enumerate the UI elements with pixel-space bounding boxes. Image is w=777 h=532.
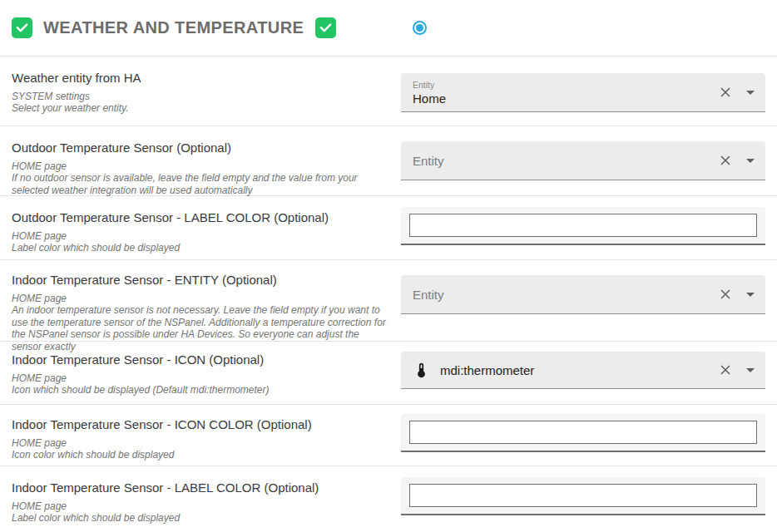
weather-entity-select[interactable]: Entity Home bbox=[401, 73, 765, 112]
clear-icon[interactable] bbox=[719, 288, 732, 301]
outdoor-entity-select[interactable]: Entity bbox=[401, 141, 765, 180]
setting-subtitle: HOME page bbox=[12, 230, 388, 242]
setting-text: Indoor Temperature Sensor - LABEL COLOR … bbox=[0, 466, 401, 525]
setting-description: Select your weather entity. bbox=[12, 102, 388, 114]
select-text: Entity Home bbox=[413, 80, 719, 106]
radio-dot bbox=[416, 24, 423, 32]
setting-text: Outdoor Temperature Sensor (Optional) HO… bbox=[0, 126, 401, 196]
setting-description: Icon color which should be displayed bbox=[12, 449, 388, 461]
check-icon bbox=[15, 21, 29, 35]
setting-title: Outdoor Temperature Sensor (Optional) bbox=[12, 140, 388, 155]
setting-subtitle: SYSTEM settings bbox=[12, 91, 388, 102]
setting-subtitle: HOME page bbox=[12, 372, 388, 384]
label-color-input[interactable] bbox=[409, 484, 757, 507]
label-color-input[interactable] bbox=[409, 214, 757, 237]
radio-selected-icon[interactable] bbox=[413, 21, 427, 35]
setting-row-outdoor-label-color: Outdoor Temperature Sensor - LABEL COLOR… bbox=[0, 196, 777, 260]
setting-title: Indoor Temperature Sensor - ICON COLOR (… bbox=[12, 417, 388, 431]
clear-icon[interactable] bbox=[719, 363, 732, 377]
setting-description: Icon which should be displayed (Default … bbox=[12, 384, 388, 396]
setting-subtitle: HOME page bbox=[12, 437, 388, 449]
indoor-icon-select[interactable]: mdi:thermometer bbox=[401, 352, 765, 389]
setting-row-outdoor-sensor: Outdoor Temperature Sensor (Optional) HO… bbox=[0, 126, 777, 196]
section-header: WEATHER AND TEMPERATURE bbox=[0, 0, 777, 57]
select-text: Entity bbox=[413, 288, 719, 302]
icon-color-field bbox=[401, 414, 765, 452]
setting-subtitle: HOME page bbox=[12, 500, 388, 512]
setting-text: Indoor Temperature Sensor - ICON (Option… bbox=[0, 342, 401, 397]
setting-text: Indoor Temperature Sensor - ICON COLOR (… bbox=[0, 405, 401, 461]
setting-title: Outdoor Temperature Sensor - LABEL COLOR… bbox=[12, 210, 388, 224]
label-color-field bbox=[401, 477, 765, 515]
setting-subtitle: HOME page bbox=[12, 160, 388, 172]
select-text: Entity bbox=[413, 154, 719, 168]
setting-description: Label color which should be displayed bbox=[12, 242, 388, 254]
chevron-down-icon[interactable] bbox=[746, 159, 755, 163]
select-placeholder: Entity bbox=[413, 154, 719, 168]
clear-icon[interactable] bbox=[719, 154, 732, 167]
setting-text: Indoor Temperature Sensor - ENTITY (Opti… bbox=[0, 260, 401, 352]
chevron-down-icon[interactable] bbox=[746, 91, 755, 95]
thermometer-icon bbox=[413, 362, 430, 379]
setting-description: Label color which should be displayed bbox=[12, 512, 388, 524]
setting-title: Indoor Temperature Sensor - ENTITY (Opti… bbox=[12, 273, 388, 287]
select-value: Home bbox=[413, 91, 719, 106]
setting-subtitle: HOME page bbox=[12, 293, 388, 304]
setting-text: Outdoor Temperature Sensor - LABEL COLOR… bbox=[0, 196, 401, 254]
chevron-down-icon[interactable] bbox=[746, 368, 755, 372]
select-placeholder: Entity bbox=[413, 288, 719, 302]
checkbox-icon-left[interactable] bbox=[12, 17, 32, 38]
setting-description: If no outdoor sensor is available, leave… bbox=[12, 172, 388, 196]
setting-title: Weather entity from HA bbox=[12, 71, 388, 85]
section-title: WEATHER AND TEMPERATURE bbox=[43, 18, 304, 37]
check-icon bbox=[319, 21, 333, 35]
setting-row-indoor-icon: Indoor Temperature Sensor - ICON (Option… bbox=[0, 342, 777, 405]
setting-row-indoor-icon-color: Indoor Temperature Sensor - ICON COLOR (… bbox=[0, 405, 777, 466]
icon-color-input[interactable] bbox=[409, 421, 757, 444]
setting-row-indoor-entity: Indoor Temperature Sensor - ENTITY (Opti… bbox=[0, 260, 777, 342]
clear-icon[interactable] bbox=[719, 86, 732, 99]
settings-page: WEATHER AND TEMPERATURE Weather entity f… bbox=[0, 0, 777, 532]
select-floating-label: Entity bbox=[413, 80, 719, 90]
chevron-down-icon[interactable] bbox=[746, 293, 755, 297]
setting-row-weather-entity: Weather entity from HA SYSTEM settings S… bbox=[0, 57, 777, 126]
setting-title: Indoor Temperature Sensor - LABEL COLOR … bbox=[12, 480, 388, 495]
setting-text: Weather entity from HA SYSTEM settings S… bbox=[0, 57, 401, 115]
select-value: mdi:thermometer bbox=[440, 363, 534, 377]
setting-row-indoor-label-color: Indoor Temperature Sensor - LABEL COLOR … bbox=[0, 466, 777, 530]
setting-title: Indoor Temperature Sensor - ICON (Option… bbox=[12, 352, 388, 367]
label-color-field bbox=[401, 207, 765, 245]
checkbox-icon-right[interactable] bbox=[315, 17, 336, 38]
indoor-entity-select[interactable]: Entity bbox=[401, 275, 765, 314]
